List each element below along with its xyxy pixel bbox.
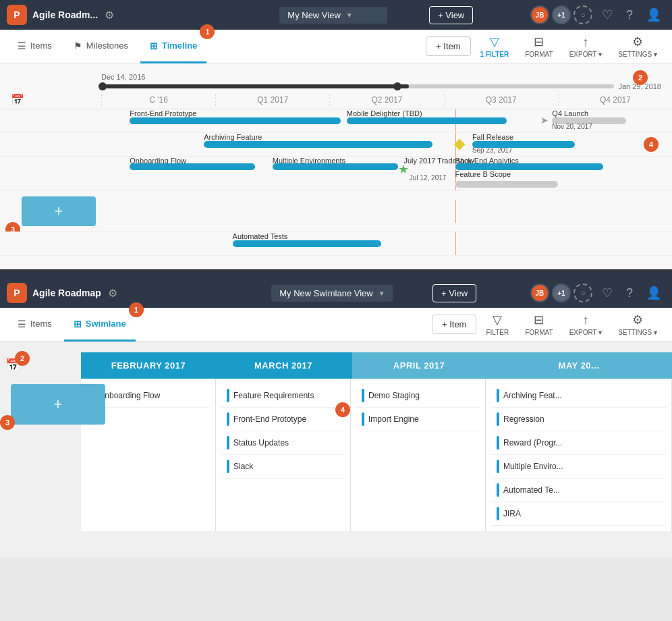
items-label-top: Items: [30, 40, 52, 51]
avatar-dashed[interactable]: ○: [573, 5, 592, 24]
bottom-settings-icon[interactable]: ⚙: [108, 287, 117, 300]
list-item[interactable]: Multiple Enviro...: [491, 455, 666, 479]
item-bar: [227, 460, 229, 473]
range-handle-left[interactable]: [99, 82, 107, 90]
add-group-button-top[interactable]: +: [22, 196, 96, 226]
milestones-icon: ⚑: [74, 40, 82, 51]
format-action-top[interactable]: ⊟ FORMAT: [518, 32, 559, 61]
add-item-button-top[interactable]: + Item: [426, 36, 471, 56]
badge-4-bottom: 4: [335, 402, 350, 417]
bar-label-q4launch: Q4 Launch: [552, 109, 588, 117]
list-item[interactable]: Front-End Prototype 4: [221, 408, 345, 431]
avatar-jb[interactable]: JB: [530, 5, 549, 24]
bottom-avatars: JB +1 ○: [530, 284, 592, 302]
timeline-row-3: Onboarding Flow Multiple Environments Ju…: [0, 157, 672, 191]
bar-automated[interactable]: [233, 240, 381, 247]
filter-action-bottom[interactable]: ▽ FILTER: [479, 310, 515, 339]
list-item[interactable]: Feature Requirements: [221, 384, 345, 408]
timeline-label: Timeline: [162, 40, 198, 51]
top-pulse-icon[interactable]: ♡: [598, 7, 617, 22]
list-item[interactable]: Automated Te...: [491, 479, 666, 502]
bottom-navbar: P Agile Roadmap ⚙ My New Swimlane View ▼…: [0, 278, 672, 308]
swimlane-left-header: 📅 2: [0, 352, 81, 379]
bar-onboarding[interactable]: [130, 163, 255, 170]
bottom-avatar-jb[interactable]: JB: [530, 284, 549, 302]
add-item-button-bottom[interactable]: + Item: [432, 315, 477, 334]
top-view-caret: ▼: [346, 11, 353, 19]
top-section: P Agile Roadm... ⚙ My New View ▼ + View …: [0, 0, 672, 271]
bottom-view-selector[interactable]: My New Swimlane View ▼: [271, 285, 393, 302]
items-label-bottom: Items: [30, 319, 52, 329]
tab-milestones[interactable]: ⚑ Milestones: [64, 30, 138, 63]
top-view-name: My New View: [287, 10, 341, 20]
bar-label-fall: Fall Release: [472, 133, 513, 141]
list-item[interactable]: Archiving Feat...: [491, 384, 666, 408]
bar-fall[interactable]: [472, 141, 575, 148]
bar-backend[interactable]: [455, 163, 604, 170]
list-item[interactable]: Slack: [221, 455, 345, 479]
badge-2-bottom: 2: [15, 351, 30, 366]
list-item[interactable]: Reward (Progr...: [491, 431, 666, 455]
top-add-view-button[interactable]: + View: [429, 6, 473, 24]
bottom-avatar-dashed[interactable]: ○: [573, 284, 592, 302]
bottom-help-icon[interactable]: ?: [622, 286, 637, 300]
item-bar: [362, 389, 364, 402]
tab-timeline[interactable]: ⊞ Timeline 1: [140, 30, 207, 63]
top-settings-icon[interactable]: ⚙: [105, 9, 114, 22]
bottom-app-title: Agile Roadmap: [32, 288, 101, 298]
format-label-top: FORMAT: [525, 51, 553, 58]
item-bar: [497, 412, 499, 426]
top-logo[interactable]: P: [7, 5, 27, 25]
top-user-icon[interactable]: 👤: [642, 7, 665, 22]
bar-mobile[interactable]: [347, 117, 507, 124]
avatar-plus[interactable]: +1: [552, 5, 571, 24]
bar-multienv[interactable]: [273, 163, 398, 170]
top-view-selector[interactable]: My New View ▼: [279, 7, 387, 24]
bar-label-archiving: Archiving Feature: [204, 133, 262, 141]
bar-archiving[interactable]: [204, 141, 432, 148]
bottom-user-icon[interactable]: 👤: [642, 286, 665, 300]
add-group-button-bottom[interactable]: +: [11, 384, 105, 425]
filter-icon-bottom: ▽: [493, 313, 502, 327]
bar-label-featureb: Feature B Scope: [455, 170, 511, 178]
export-action-top[interactable]: ↑ EXPORT ▾: [563, 32, 609, 61]
top-avatars: JB +1 ○: [530, 5, 592, 24]
item-label: Status Updates: [233, 438, 289, 448]
bottom-logo[interactable]: P: [7, 283, 27, 303]
item-bar: [497, 507, 499, 520]
item-bar: [227, 389, 229, 402]
bottom-add-view-button[interactable]: + View: [432, 284, 476, 302]
timeline-area: Dec 14, 2016 Jan 29, 2018 2 📅 C '16 Q1 2…: [0, 63, 672, 269]
settings-label-bottom: SETTINGS ▾: [618, 329, 657, 336]
list-item[interactable]: Demo Staging: [356, 384, 480, 408]
filter-label-bottom: FILTER: [486, 329, 509, 336]
bottom-avatar-plus[interactable]: +1: [552, 284, 571, 302]
list-item[interactable]: JIRA: [491, 502, 666, 526]
row-bars-add: [101, 200, 672, 223]
top-navbar: P Agile Roadm... ⚙ My New View ▼ + View …: [0, 0, 672, 30]
bar-featureb[interactable]: [455, 181, 558, 188]
filter-action-top[interactable]: ▽ 1 FILTER: [474, 32, 516, 61]
settings-action-bottom[interactable]: ⚙ SETTINGS ▾: [611, 310, 664, 339]
range-track[interactable]: [101, 84, 614, 88]
tab-items-top[interactable]: ☰ Items: [8, 30, 61, 63]
today-line-5: [455, 232, 456, 255]
bar-frontend[interactable]: [130, 117, 341, 124]
month-mar: MARCH 2017: [216, 352, 351, 379]
settings-action-top[interactable]: ⚙ SETTINGS ▾: [611, 32, 664, 61]
format-action-bottom[interactable]: ⊟ FORMAT: [518, 310, 559, 339]
list-item[interactable]: Import Engine: [356, 408, 480, 431]
export-action-bottom[interactable]: ↑ EXPORT ▾: [563, 310, 609, 339]
item-label: Archiving Feat...: [503, 391, 562, 400]
list-item[interactable]: Status Updates: [221, 431, 345, 455]
list-item[interactable]: Regression: [491, 408, 666, 431]
settings-icon-bottom: ⚙: [632, 313, 643, 327]
timeline-quarters: C '16 Q1 2017 Q2 2017 Q3 2017 Q4 2017: [101, 94, 672, 106]
bottom-pulse-icon[interactable]: ♡: [598, 286, 617, 300]
top-help-icon[interactable]: ?: [622, 8, 637, 22]
badge-2-top: 2: [633, 70, 648, 85]
range-handle-right[interactable]: [393, 82, 401, 90]
tab-swimlane[interactable]: ⊞ Swimlane 1: [64, 308, 136, 342]
tab-items-bottom[interactable]: ☰ Items: [8, 308, 61, 342]
month-feb: FEBRUARY 2017: [81, 352, 216, 379]
